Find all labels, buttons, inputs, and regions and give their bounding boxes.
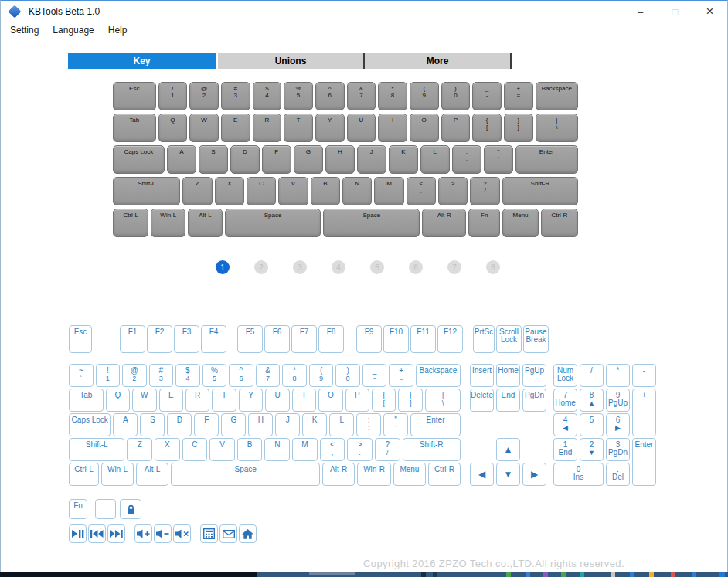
key-exclam-1[interactable]: !1: [158, 82, 188, 110]
key-k[interactable]: K: [302, 413, 327, 436]
page-dot-2[interactable]: 2: [254, 260, 268, 274]
key-a[interactable]: A: [167, 145, 196, 174]
menu-setting[interactable]: Setting: [3, 22, 46, 38]
key-f12[interactable]: F12: [437, 325, 463, 353]
key-h[interactable]: H: [248, 413, 273, 436]
key-f[interactable]: F: [194, 413, 219, 436]
key-delete[interactable]: Delete: [470, 389, 494, 412]
key-pgdn[interactable]: PgDn: [522, 389, 546, 412]
key-end[interactable]: End: [496, 389, 520, 412]
key-paren-l-9[interactable]: (9: [410, 82, 439, 110]
tab-unions[interactable]: Unions: [218, 53, 365, 69]
key-pause-break[interactable]: PauseBreak: [523, 325, 549, 353]
key-j[interactable]: J: [357, 145, 386, 174]
key-g[interactable]: G: [221, 413, 246, 436]
key-hash-3[interactable]: #3: [221, 82, 250, 110]
key-x[interactable]: X: [215, 177, 244, 205]
key-colon-semicolon[interactable]: :;: [452, 145, 481, 174]
key-arrow-right[interactable]: ▶: [522, 463, 546, 486]
key-prtsc[interactable]: PrtSc: [473, 325, 495, 353]
key-numpad-9[interactable]: 9PgUp: [606, 389, 630, 412]
close-button[interactable]: ×: [692, 1, 727, 22]
key-pipe-backslash[interactable]: |\: [536, 114, 579, 142]
key-paren-l-9[interactable]: (9: [309, 364, 334, 387]
key-at-2[interactable]: @2: [189, 82, 219, 110]
key-backspace[interactable]: Backspace: [536, 82, 579, 110]
key-f11[interactable]: F11: [410, 325, 436, 353]
key-o[interactable]: O: [318, 389, 342, 412]
key-g[interactable]: G: [294, 145, 323, 174]
key-i[interactable]: I: [378, 114, 407, 142]
key-x[interactable]: X: [155, 438, 180, 461]
key-ctrl-r[interactable]: Ctrl-R: [541, 209, 578, 237]
page-dot-8[interactable]: 8: [486, 260, 500, 274]
tab-key[interactable]: Key: [68, 53, 216, 69]
key-win-r[interactable]: Win-R: [357, 463, 391, 486]
tab-more[interactable]: More: [365, 53, 512, 69]
key-alt-l[interactable]: Alt-L: [136, 463, 168, 486]
menu-help[interactable]: Help: [101, 22, 134, 38]
key-p[interactable]: P: [441, 114, 471, 142]
key-home[interactable]: Home: [496, 364, 520, 387]
media-mail-key[interactable]: [219, 524, 237, 543]
key-ctrl-r[interactable]: Ctrl-R: [428, 463, 461, 486]
key-caret-6[interactable]: ^6: [229, 364, 253, 387]
key-colon-semicolon[interactable]: :;: [356, 413, 381, 436]
key-m[interactable]: M: [374, 177, 403, 205]
key-underscore-minus[interactable]: _-: [362, 364, 387, 387]
key-quote-apostrophe[interactable]: "': [383, 413, 408, 436]
key-underscore-minus[interactable]: _-: [472, 82, 502, 110]
key-pipe-backslash[interactable]: |\: [425, 389, 461, 412]
key-blank-key[interactable]: [95, 499, 116, 519]
key-n[interactable]: N: [264, 438, 290, 461]
key-exclam-1[interactable]: !1: [96, 364, 121, 387]
page-dot-3[interactable]: 3: [293, 260, 307, 274]
key-numpad-decimal[interactable]: .Del: [606, 463, 630, 486]
key-ctrl-l[interactable]: Ctrl-L: [69, 463, 99, 486]
key-amp-7[interactable]: &7: [347, 82, 376, 110]
key-l[interactable]: L: [420, 145, 450, 174]
key-numpad-4[interactable]: 4◀: [553, 413, 577, 436]
key-u[interactable]: U: [265, 389, 289, 412]
key-brace-l-bracket-l[interactable]: {[: [372, 389, 396, 412]
key-esc[interactable]: Esc: [113, 82, 156, 110]
key-menu[interactable]: Menu: [502, 209, 538, 237]
key-menu[interactable]: Menu: [393, 463, 426, 486]
key-numpad-divide[interactable]: /: [580, 364, 604, 387]
key-numpad-1[interactable]: 1End: [553, 438, 577, 461]
key-f1[interactable]: F1: [120, 325, 145, 353]
key-b[interactable]: B: [311, 177, 340, 205]
key-numpad-7[interactable]: 7Home: [553, 389, 577, 412]
key-v[interactable]: V: [278, 177, 308, 205]
key-m[interactable]: M: [292, 438, 318, 461]
key-tab[interactable]: Tab: [69, 389, 104, 412]
media-volume-down-key[interactable]: [154, 524, 172, 543]
key-alt-r[interactable]: Alt-R: [322, 463, 355, 486]
media-play-pause-key[interactable]: [69, 524, 87, 543]
key-w[interactable]: W: [189, 114, 219, 142]
key-f8[interactable]: F8: [318, 325, 344, 353]
key-space-left[interactable]: Space: [225, 209, 321, 237]
key-f[interactable]: F: [262, 145, 291, 174]
key-caps-lock[interactable]: Caps Lock: [113, 145, 165, 174]
key-win-l[interactable]: Win-L: [151, 209, 185, 237]
key-h[interactable]: H: [325, 145, 355, 174]
key-lock-key[interactable]: [120, 499, 141, 519]
key-c[interactable]: C: [182, 438, 208, 461]
key-plus-equals[interactable]: +=: [504, 82, 533, 110]
key-less-comma[interactable]: <,: [320, 438, 345, 461]
key-numpad-enter[interactable]: Enter: [632, 438, 656, 486]
key-shift-r[interactable]: Shift-R: [502, 177, 578, 205]
key-arrow-left[interactable]: ◀: [470, 463, 494, 486]
key-numpad-5[interactable]: 5: [580, 413, 604, 436]
key-less-comma[interactable]: <,: [407, 177, 436, 205]
key-f5[interactable]: F5: [237, 325, 263, 353]
key-arrow-up[interactable]: ▲: [496, 438, 520, 461]
page-dot-6[interactable]: 6: [409, 260, 423, 274]
key-b[interactable]: B: [237, 438, 263, 461]
key-quote-apostrophe[interactable]: "': [484, 145, 513, 174]
key-s[interactable]: S: [199, 145, 228, 174]
key-fn[interactable]: Fn: [69, 499, 87, 519]
key-esc[interactable]: Esc: [69, 325, 92, 353]
key-z[interactable]: Z: [182, 177, 212, 205]
